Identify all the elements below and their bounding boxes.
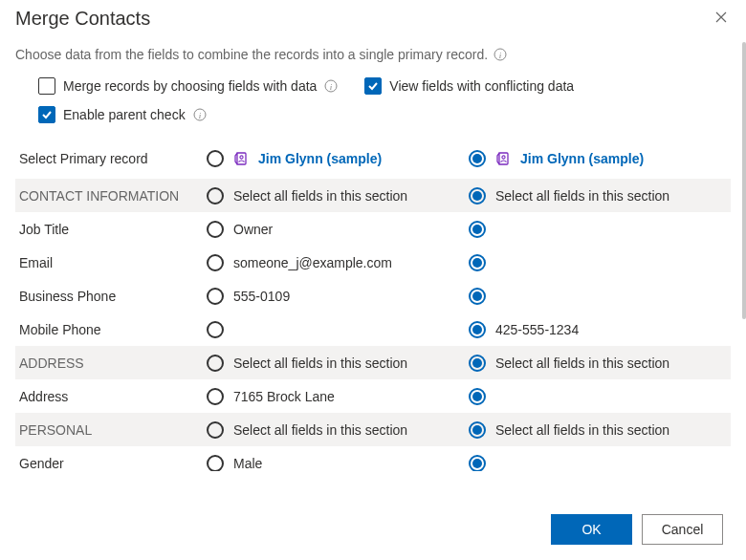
section-select-all-a-radio[interactable]	[207, 421, 224, 439]
dialog-description: Choose data from the fields to combine t…	[15, 47, 488, 62]
field-b-radio[interactable]	[469, 455, 486, 472]
field-b-radio[interactable]	[469, 288, 486, 305]
svg-text:i: i	[198, 111, 201, 120]
contact-icon	[233, 151, 249, 166]
svg-text:i: i	[330, 82, 333, 92]
merge-by-fields-checkbox[interactable]	[38, 77, 55, 95]
select-primary-label: Select Primary record	[15, 151, 207, 166]
primary-record-b-radio[interactable]	[469, 150, 486, 167]
info-icon[interactable]: i	[193, 108, 207, 121]
field-b-value: 425-555-1234	[495, 322, 579, 337]
merge-by-fields-label: Merge records by choosing fields with da…	[63, 78, 317, 94]
record-a-name[interactable]: Jim Glynn (sample)	[258, 151, 382, 166]
section-select-all-label: Select all fields in this section	[495, 355, 669, 371]
field-label: Business Phone	[15, 289, 207, 304]
field-b-radio[interactable]	[469, 254, 486, 271]
section-select-all-label: Select all fields in this section	[495, 188, 669, 204]
field-label: Job Title	[15, 222, 207, 237]
field-a-radio[interactable]	[207, 288, 224, 305]
section-select-all-b-radio[interactable]	[469, 421, 486, 439]
section-select-all-label: Select all fields in this section	[233, 422, 407, 438]
close-button[interactable]	[712, 8, 731, 27]
conflicting-checkbox[interactable]	[364, 77, 382, 95]
field-a-radio[interactable]	[207, 455, 224, 472]
field-label: Email	[15, 255, 207, 270]
section-select-all-b-radio[interactable]	[469, 187, 486, 205]
close-icon	[715, 11, 727, 23]
field-a-radio[interactable]	[207, 254, 224, 271]
field-a-value: 7165 Brock Lane	[233, 389, 335, 404]
section-select-all-b-radio[interactable]	[469, 355, 486, 372]
info-icon[interactable]: i	[494, 48, 507, 61]
field-b-radio[interactable]	[469, 321, 486, 338]
scrollbar-thumb[interactable]	[742, 42, 746, 319]
contact-icon	[495, 151, 511, 166]
conflicting-label: View fields with conflicting data	[389, 78, 574, 94]
section-select-all-label: Select all fields in this section	[495, 422, 669, 438]
section-header: PERSONAL	[15, 422, 207, 438]
field-a-radio[interactable]	[207, 388, 224, 405]
field-a-radio[interactable]	[207, 221, 224, 238]
section-header: CONTACT INFORMATION	[15, 188, 207, 204]
parent-check-checkbox[interactable]	[38, 106, 55, 123]
field-a-value: someone_j@example.com	[233, 255, 392, 270]
info-icon[interactable]: i	[324, 79, 338, 93]
field-label: Address	[15, 389, 207, 404]
primary-record-a-radio[interactable]	[207, 150, 224, 167]
section-select-all-a-radio[interactable]	[207, 187, 224, 205]
field-a-value: Male	[233, 456, 262, 471]
cancel-button[interactable]: Cancel	[642, 514, 723, 545]
record-b-name[interactable]: Jim Glynn (sample)	[520, 151, 644, 166]
field-a-value: 555-0109	[233, 289, 290, 304]
svg-point-7	[502, 156, 505, 159]
section-select-all-a-radio[interactable]	[207, 355, 224, 372]
fields-scroll-area[interactable]: Select Primary record Jim Glynn (sample)…	[0, 139, 746, 471]
field-b-radio[interactable]	[469, 388, 486, 405]
field-label: Gender	[15, 456, 207, 471]
svg-text:i: i	[499, 51, 502, 60]
field-a-value: Owner	[233, 222, 273, 237]
section-header: ADDRESS	[15, 355, 207, 371]
field-label: Mobile Phone	[15, 322, 207, 337]
field-a-radio[interactable]	[207, 321, 224, 338]
svg-point-6	[240, 156, 243, 159]
dialog-title: Merge Contacts	[15, 8, 712, 30]
ok-button[interactable]: OK	[551, 514, 632, 545]
parent-check-label: Enable parent check	[63, 107, 186, 122]
field-b-radio[interactable]	[469, 221, 486, 238]
section-select-all-label: Select all fields in this section	[233, 188, 407, 204]
section-select-all-label: Select all fields in this section	[233, 355, 407, 371]
